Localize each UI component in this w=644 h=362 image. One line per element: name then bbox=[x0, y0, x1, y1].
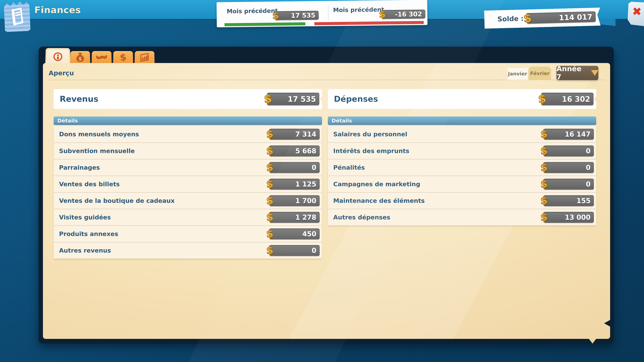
currency-icon: $ bbox=[540, 128, 548, 140]
month-tab-fevrier[interactable]: Février bbox=[528, 67, 551, 80]
tab-loans[interactable]: $ bbox=[70, 51, 90, 64]
prev-month-expense-value: -16 302 bbox=[395, 10, 426, 18]
expenses-rows: Salaires du personnel $ 16 147 Intérêts … bbox=[328, 126, 596, 225]
currency-icon: $ bbox=[78, 56, 82, 61]
prev-month-income-pill: $ 17 535 bbox=[276, 11, 319, 20]
expenses-details-header: Détails bbox=[328, 116, 596, 125]
amount-value: 16 147 bbox=[565, 130, 594, 138]
month-tab-label: Janvier bbox=[508, 71, 527, 77]
currency-icon: $ bbox=[540, 194, 548, 206]
currency-icon: $ bbox=[540, 161, 548, 173]
table-row: Intérêts des emprunts $ 0 bbox=[328, 142, 596, 159]
currency-icon: $ bbox=[266, 161, 274, 173]
amount-pill: $ 0 bbox=[544, 179, 594, 190]
row-label: Intérêts des emprunts bbox=[333, 147, 409, 154]
amount-value: 155 bbox=[576, 197, 594, 205]
amount-pill: $ 5 668 bbox=[269, 145, 320, 157]
amount-pill: $ 1 700 bbox=[269, 195, 320, 206]
chevron-down-icon bbox=[591, 70, 598, 76]
svg-text:$: $ bbox=[119, 52, 127, 63]
amount-pill: $ 0 bbox=[544, 145, 594, 157]
table-row: Ventes des billets $ 1 125 bbox=[54, 176, 322, 192]
currency-icon: $ bbox=[266, 211, 274, 223]
currency-icon: $ bbox=[538, 92, 546, 106]
row-label: Maintenance des éléments bbox=[333, 197, 425, 204]
previous-month-summary: Mois précédent $ 17 535 Mois précédent $… bbox=[216, 0, 428, 27]
summary-divider bbox=[328, 5, 328, 21]
amount-pill: $ 0 bbox=[544, 162, 594, 173]
amount-value: 0 bbox=[586, 180, 594, 188]
table-row: Salaires du personnel $ 16 147 bbox=[328, 126, 596, 142]
balance-panel: Solde : $ 114 017 bbox=[484, 7, 601, 29]
table-row: Autres revenus $ 0 bbox=[54, 242, 322, 259]
row-label: Autres dépenses bbox=[333, 214, 390, 221]
income-header-card: Revenus $ 17 535 bbox=[54, 89, 322, 109]
table-row: Dons mensuels moyens $ 7 314 bbox=[54, 126, 322, 142]
money-bag-icon: $ bbox=[70, 51, 90, 64]
month-tab-label: Février bbox=[530, 70, 550, 76]
currency-icon: $ bbox=[272, 10, 280, 21]
finances-ledger-icon bbox=[4, 0, 30, 32]
game-screen: Finances Mois précédent $ 17 535 Mois pr… bbox=[0, 0, 644, 362]
row-label: Campagnes de marketing bbox=[333, 181, 420, 188]
expenses-title: Dépenses bbox=[334, 94, 378, 104]
row-label: Dons mensuels moyens bbox=[59, 131, 139, 138]
income-title: Revenus bbox=[60, 94, 98, 104]
close-button[interactable]: ✖ bbox=[627, 1, 644, 26]
amount-value: 1 278 bbox=[295, 214, 320, 221]
expense-indicator-bar bbox=[314, 21, 424, 25]
table-row: Campagnes de marketing $ 0 bbox=[328, 176, 596, 192]
income-indicator-bar bbox=[224, 22, 306, 26]
table-row: Visites guidées $ 1 278 bbox=[54, 209, 322, 225]
expenses-total-value: 16 302 bbox=[562, 95, 594, 103]
amount-value: 0 bbox=[586, 147, 594, 155]
currency-icon: $ bbox=[266, 227, 274, 240]
prev-month-income-value: 17 535 bbox=[291, 11, 319, 19]
overview-panel: Aperçu Janvier Février Année 7 Revenus $… bbox=[43, 63, 610, 339]
amount-value: 1 125 bbox=[295, 180, 320, 188]
tab-prices[interactable]: $ bbox=[113, 51, 133, 64]
year-dropdown[interactable]: Année 7 bbox=[556, 66, 598, 80]
amount-value: 13 000 bbox=[565, 214, 594, 221]
table-row: Parrainages $ 0 bbox=[54, 159, 322, 176]
row-label: Subvention mensuelle bbox=[59, 147, 135, 154]
amount-pill: $ 0 bbox=[269, 245, 320, 256]
amount-pill: $ 1 125 bbox=[269, 179, 320, 190]
expenses-total-pill: $ 16 302 bbox=[541, 93, 594, 105]
table-row: Autres dépenses $ 13 000 bbox=[328, 209, 596, 225]
balance-pill: $ 114 017 bbox=[526, 11, 596, 24]
currency-icon: $ bbox=[540, 144, 548, 157]
row-label: Produits annexes bbox=[59, 230, 118, 237]
row-label: Ventes de la boutique de cadeaux bbox=[59, 197, 174, 204]
amount-pill: $ 1 278 bbox=[269, 212, 320, 223]
tab-overview-face bbox=[47, 49, 69, 64]
amount-pill: $ 450 bbox=[269, 228, 320, 240]
table-row: Maintenance des éléments $ 155 bbox=[328, 192, 596, 209]
month-tab-janvier[interactable]: Janvier bbox=[507, 67, 528, 80]
row-label: Ventes des billets bbox=[59, 181, 120, 188]
tab-overview[interactable] bbox=[45, 48, 70, 64]
amount-value: 0 bbox=[586, 164, 594, 171]
amount-value: 7 314 bbox=[295, 130, 320, 138]
amount-value: 1 700 bbox=[295, 197, 320, 205]
amount-pill: $ 16 147 bbox=[544, 129, 594, 140]
chart-icon bbox=[134, 51, 155, 64]
currency-icon: $ bbox=[540, 211, 548, 223]
table-row: Pénalités $ 0 bbox=[328, 159, 596, 176]
tab-statistics[interactable] bbox=[134, 51, 155, 64]
page-title: Finances bbox=[34, 5, 81, 15]
prev-month-income-label: Mois précédent bbox=[227, 7, 278, 14]
dollar-icon: $ bbox=[113, 51, 133, 64]
amount-pill: $ 155 bbox=[544, 195, 594, 206]
details-label: Détails bbox=[332, 118, 352, 124]
currency-icon: $ bbox=[540, 178, 548, 190]
currency-icon: $ bbox=[266, 144, 274, 157]
currency-icon: $ bbox=[378, 8, 386, 20]
prev-month-expense-pill: $ -16 302 bbox=[382, 9, 426, 19]
tab-sponsorship[interactable] bbox=[92, 51, 112, 64]
amount-value: 450 bbox=[302, 230, 320, 238]
amount-pill: $ 0 bbox=[269, 162, 320, 173]
prev-month-expense-label: Mois précédent bbox=[333, 6, 384, 13]
row-label: Salaires du personnel bbox=[333, 131, 407, 138]
balance-label: Solde : bbox=[497, 14, 524, 23]
